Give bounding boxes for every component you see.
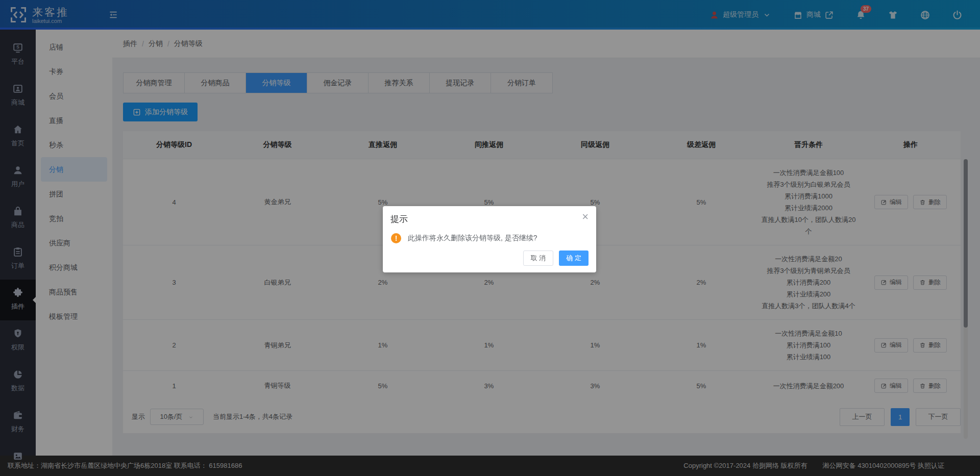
dialog-message: 此操作将永久删除该分销等级, 是否继续?: [408, 234, 537, 243]
dialog-footer: 取 消 确 定: [523, 250, 589, 266]
cancel-button[interactable]: 取 消: [523, 250, 554, 266]
dialog-body: ! 此操作将永久删除该分销等级, 是否继续?: [383, 225, 596, 243]
warning-icon: !: [391, 233, 401, 243]
confirm-dialog: 提示 × ! 此操作将永久删除该分销等级, 是否继续? 取 消 确 定: [383, 206, 596, 272]
confirm-button[interactable]: 确 定: [559, 250, 589, 266]
dialog-title: 提示: [383, 206, 596, 225]
close-icon[interactable]: ×: [582, 211, 589, 222]
